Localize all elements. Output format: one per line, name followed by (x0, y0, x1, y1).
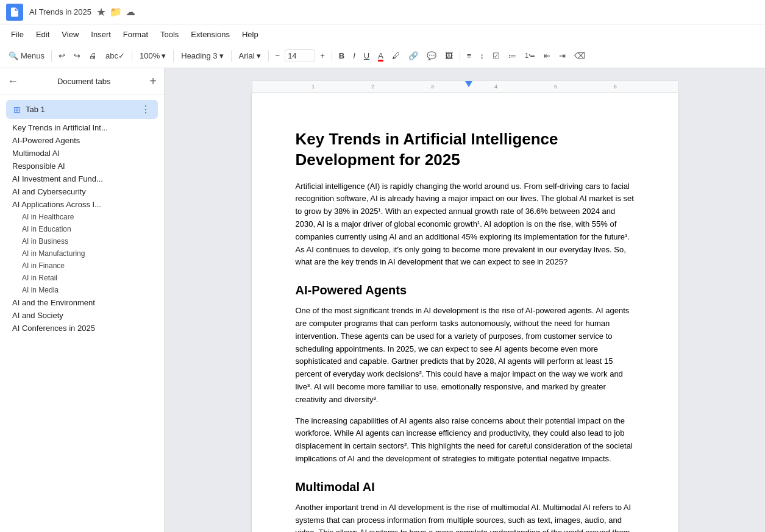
star-icon[interactable]: ★ (96, 5, 106, 19)
font-size-value: 14 (288, 51, 296, 60)
outline-item[interactable]: Responsible AI (0, 160, 164, 172)
cloud-icon[interactable]: ☁ (126, 6, 135, 18)
sidebar-title-label: Document tabs (57, 77, 110, 86)
outline-item[interactable]: AI in Business (0, 235, 164, 247)
outline-item[interactable]: AI and Cybersecurity (0, 185, 164, 198)
outline-list: Key Trends in Artificial Int...AI-Powere… (0, 121, 164, 335)
menu-insert[interactable]: Insert (86, 27, 116, 41)
toolbar-sep-3 (173, 50, 174, 62)
numbered-list-btn[interactable]: 1≔ (521, 49, 539, 62)
font-size-input[interactable]: 14 (285, 49, 315, 62)
redo-icon: ↪ (74, 51, 80, 60)
sidebar-header: ← Document tabs + (0, 68, 164, 95)
link-icon: 🔗 (408, 51, 418, 60)
underline-label: U (364, 51, 369, 60)
link-btn[interactable]: 🔗 (405, 49, 422, 63)
toolbar-sep-2 (132, 50, 132, 62)
outline-item[interactable]: AI and the Environment (0, 296, 164, 309)
outline-item[interactable]: AI Applications Across I... (0, 198, 164, 211)
ruler-label-5: 5 (554, 83, 557, 90)
title-actions: ★ 📁 ☁ (96, 5, 135, 19)
bold-label: B (339, 51, 344, 60)
tab1-menu-btn[interactable]: ⋮ (141, 104, 151, 115)
zoom-select[interactable]: 100% ▾ (135, 49, 170, 63)
tab1-label: Tab 1 (26, 105, 45, 114)
agents-p1-text: One of the most significant trends in AI… (296, 306, 630, 404)
highlight-btn[interactable]: 🖊 (388, 49, 404, 63)
font-size-increase[interactable]: + (316, 49, 329, 63)
toolbar-sep-7 (460, 50, 460, 62)
outline-item[interactable]: AI in Manufacturing (0, 247, 164, 260)
text-color-btn[interactable]: A (374, 49, 387, 63)
undo-icon: ↩ (59, 51, 65, 60)
menu-help[interactable]: Help (237, 27, 263, 41)
print-btn[interactable]: 🖨 (85, 49, 101, 63)
doc-title: AI Trends in 2025 (29, 7, 91, 16)
outline-item[interactable]: AI Conferences in 2025 (0, 322, 164, 335)
document-page: Key Trends in Artificial Intelligence De… (252, 93, 678, 532)
outline-item[interactable]: AI Investment and Fund... (0, 172, 164, 185)
outline-item[interactable]: AI in Healthcare (0, 211, 164, 223)
outline-item[interactable]: AI in Media (0, 284, 164, 296)
bullet-list-icon: ≔ (508, 51, 516, 60)
toolbar: 🔍 Menus ↩ ↪ 🖨 abc✓ 100% ▾ Heading 3 ▾ Ar… (0, 44, 765, 68)
outline-item[interactable]: AI in Education (0, 223, 164, 235)
outline-item[interactable]: Multimodal AI (0, 147, 164, 160)
outline-item[interactable]: Key Trends in Artificial Int... (0, 121, 164, 134)
menu-extensions[interactable]: Extensions (186, 27, 235, 41)
spellcheck-icon: abc✓ (105, 51, 125, 60)
doc-h2-multimodal: Multimodal AI (296, 480, 635, 494)
font-select[interactable]: Arial ▾ (235, 49, 265, 63)
search-menus-btn[interactable]: 🔍 Menus (5, 49, 48, 63)
ruler-marker (465, 81, 472, 87)
align-icon: ≡ (467, 51, 472, 60)
italic-btn[interactable]: I (349, 49, 359, 63)
spellcheck-btn[interactable]: abc✓ (102, 49, 129, 63)
font-chevron: ▾ (257, 51, 261, 60)
bullet-list-btn[interactable]: ≔ (505, 49, 520, 63)
indent-decrease-btn[interactable]: ⇤ (540, 49, 554, 63)
sidebar-back-btn[interactable]: ← (7, 75, 18, 88)
outline-item[interactable]: AI-Powered Agents (0, 134, 164, 147)
menu-view[interactable]: View (57, 27, 84, 41)
outline-item[interactable]: AI and Society (0, 309, 164, 322)
align-btn[interactable]: ≡ (463, 49, 475, 63)
document-area[interactable]: 1 2 3 4 5 6 Key Trends in Artificial Int… (165, 68, 765, 532)
menu-edit[interactable]: Edit (31, 27, 54, 41)
main-layout: ← Document tabs + ⊞ Tab 1 ⋮ Key Trends i… (0, 68, 765, 532)
menu-format[interactable]: Format (118, 27, 153, 41)
outline-item[interactable]: AI in Retail (0, 272, 164, 284)
ruler-label-4: 4 (494, 83, 497, 90)
ruler: 1 2 3 4 5 6 (252, 80, 678, 93)
font-value: Arial (239, 51, 255, 60)
redo-btn[interactable]: ↪ (70, 49, 84, 63)
indent-decrease-icon: ⇤ (544, 51, 550, 60)
bold-btn[interactable]: B (335, 49, 348, 63)
folder-icon[interactable]: 📁 (110, 6, 122, 18)
line-spacing-btn[interactable]: ↕ (476, 49, 488, 63)
ruler-label-6: 6 (614, 83, 617, 90)
comment-btn[interactable]: 💬 (423, 49, 440, 63)
menu-tools[interactable]: Tools (155, 27, 183, 41)
doc-agents-p1: One of the most significant trends in AI… (296, 305, 635, 406)
doc-multimodal-p: Another important trend in AI developmen… (296, 502, 635, 532)
toolbar-sep-6 (332, 50, 332, 62)
menu-file[interactable]: File (6, 27, 29, 41)
ruler-label-3: 3 (431, 83, 434, 90)
heading-select[interactable]: Heading 3 ▾ (177, 49, 227, 63)
font-size-decrease[interactable]: − (272, 49, 284, 63)
menus-label: Menus (21, 51, 44, 60)
add-tab-btn[interactable]: + (149, 74, 157, 88)
plus-icon: + (320, 51, 325, 60)
outline-item[interactable]: AI in Finance (0, 260, 164, 272)
ruler-label-1: 1 (311, 83, 315, 90)
tab1-item[interactable]: ⊞ Tab 1 ⋮ (6, 100, 158, 119)
checklist-icon: ☑ (493, 51, 500, 60)
clear-formatting-btn[interactable]: ⌫ (571, 49, 589, 63)
indent-increase-btn[interactable]: ⇥ (555, 49, 569, 63)
sidebar: ← Document tabs + ⊞ Tab 1 ⋮ Key Trends i… (0, 68, 165, 532)
undo-btn[interactable]: ↩ (55, 49, 69, 63)
checklist-btn[interactable]: ☑ (489, 49, 503, 63)
underline-btn[interactable]: U (360, 49, 373, 63)
image-btn[interactable]: 🖼 (441, 49, 457, 63)
